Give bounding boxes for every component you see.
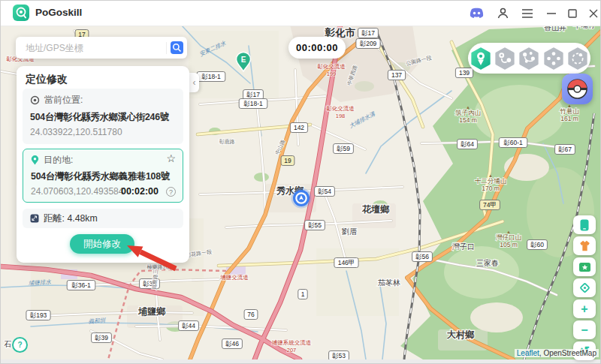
- window-bottom-strip: [1, 359, 601, 364]
- osm-credit: , OpenStreetMap: [539, 349, 596, 357]
- route-mode-button[interactable]: [566, 47, 589, 70]
- distance-text: 距離: 4.48km: [44, 212, 98, 225]
- pokeball-button[interactable]: [562, 74, 593, 104]
- map-label: 彰209: [360, 40, 377, 47]
- map-label: 74甲: [483, 201, 497, 209]
- map-label: 大村鄉: [447, 329, 475, 340]
- phone-icon: [579, 218, 590, 232]
- search-icon: [172, 43, 182, 53]
- cooldown-button[interactable]: [573, 236, 596, 255]
- map-label: 彰193: [30, 311, 47, 319]
- map-label: 137: [391, 71, 402, 79]
- map-label: 大埔排水溝: [348, 110, 377, 129]
- mode-switcher: [468, 43, 590, 74]
- two-spot-mode-button[interactable]: [494, 47, 516, 70]
- map-label: 76: [247, 311, 255, 318]
- map-label: 灣仔口山: [496, 233, 521, 241]
- map-label: 170 m: [482, 185, 500, 192]
- leaflet-link[interactable]: Leaflet: [517, 349, 539, 357]
- search-button[interactable]: [171, 41, 183, 54]
- locate-button[interactable]: [573, 278, 596, 297]
- map-tools: + − ↺: [573, 215, 596, 362]
- gps-marker[interactable]: [291, 188, 312, 209]
- account-icon[interactable]: [494, 1, 512, 26]
- map-label: 三家春: [476, 259, 499, 267]
- pokeball-icon: [566, 78, 588, 100]
- favorite-star-icon[interactable]: ☆: [166, 152, 176, 164]
- bag-star-icon: [578, 261, 591, 272]
- map-label: 198: [336, 113, 346, 119]
- clearing: [470, 302, 523, 332]
- map-label: 極樂路六段: [147, 264, 174, 270]
- map-label: 彰36-1: [71, 281, 91, 289]
- search-input[interactable]: [24, 42, 166, 54]
- map-label: 彰60: [530, 241, 544, 248]
- map-label: 彰18-1: [243, 100, 263, 107]
- map-label: 彰46: [225, 340, 239, 347]
- destination-address: 504台灣彰化縣秀水鄉義雅巷108號: [31, 170, 170, 183]
- current-location-row: 當前位置:: [30, 94, 83, 107]
- map-label: 1: [301, 290, 305, 298]
- zoom-out-button[interactable]: −: [573, 320, 596, 339]
- current-location-label: 當前位置:: [44, 94, 83, 107]
- map-label: 花壇鄉: [361, 204, 390, 215]
- backpack-button[interactable]: [573, 257, 596, 276]
- destination-row: 目的地:: [31, 154, 73, 167]
- map-label: 彰64: [461, 140, 474, 148]
- discord-icon[interactable]: [467, 1, 485, 26]
- current-location-box: 當前位置: 504台灣彰化縣秀水鄉溪心街246號 24.033922,120.5…: [23, 89, 183, 144]
- multi-spot-mode-button[interactable]: [518, 47, 540, 70]
- pin-icon: [31, 155, 39, 165]
- help-button[interactable]: ?: [12, 337, 28, 353]
- map-label: 199: [327, 71, 337, 77]
- map-label: 19: [284, 157, 291, 164]
- maximize-button[interactable]: [563, 1, 581, 26]
- map-label: 埔鹽系統交流道: [271, 339, 312, 346]
- panel-title: 定位修改: [26, 73, 68, 86]
- destination-label: 目的地:: [44, 154, 73, 167]
- map-label: 石: [4, 340, 11, 348]
- map-label: 彰44: [182, 322, 195, 329]
- map-label: 139: [459, 69, 470, 77]
- map-label: 彰55: [308, 221, 322, 229]
- map-label: 彰18-1: [201, 73, 221, 80]
- panel-collapse-button[interactable]: ‹: [189, 73, 199, 92]
- map-label: 彰53: [332, 352, 346, 359]
- map-label: 彰39: [95, 334, 108, 341]
- map-label: 埔鹽鄉: [137, 306, 166, 317]
- map-label: 彰67: [558, 146, 572, 153]
- map-label: 彰60-1: [503, 139, 523, 146]
- map-label: 筑子內山: [455, 109, 481, 116]
- teleport-mode-button[interactable]: [470, 47, 492, 70]
- app-logo-icon: [13, 5, 29, 21]
- menu-icon[interactable]: [518, 1, 536, 26]
- titlebar: PoGoskill: [1, 1, 601, 26]
- destination-box[interactable]: 目的地: ☆ 504台灣彰化縣秀水鄉義雅巷108號 24.070603,120.…: [23, 149, 183, 203]
- minimize-button[interactable]: [542, 1, 560, 26]
- locate-icon: [578, 281, 591, 294]
- map-label: 彰化交流道: [317, 63, 346, 70]
- map-label: 142: [294, 124, 304, 131]
- map-label: 105 m: [500, 241, 518, 248]
- zoom-in-button[interactable]: +: [573, 299, 596, 318]
- map-label: 劉厝: [342, 227, 357, 236]
- current-address: 504台灣彰化縣秀水鄉溪心街246號: [30, 111, 169, 124]
- close-button[interactable]: [584, 1, 601, 26]
- divider: [166, 42, 167, 54]
- help-circle-icon[interactable]: ?: [166, 187, 176, 197]
- map-attribution: Leaflet, OpenStreetMap: [515, 349, 599, 357]
- device-button[interactable]: [573, 215, 596, 234]
- map-label: 彰17: [361, 29, 375, 37]
- map-label: 茄苳林: [378, 278, 400, 287]
- map-label: 灣子口: [452, 242, 475, 251]
- map-label: 彰56: [415, 253, 429, 260]
- forest-area: [444, 246, 519, 299]
- distance-icon: [30, 214, 39, 223]
- farmland-area: [189, 31, 279, 98]
- map-label: 彰化交流道: [326, 105, 355, 112]
- map-label: 十二分埔山: [475, 177, 507, 185]
- target-icon: [30, 95, 40, 105]
- start-teleport-button[interactable]: 開始修改: [70, 234, 134, 254]
- joystick-mode-button[interactable]: [542, 47, 565, 70]
- app-window: 17彰17彰209彰18-1彰17彰18-114219彰59彰54彰551371…: [0, 0, 601, 364]
